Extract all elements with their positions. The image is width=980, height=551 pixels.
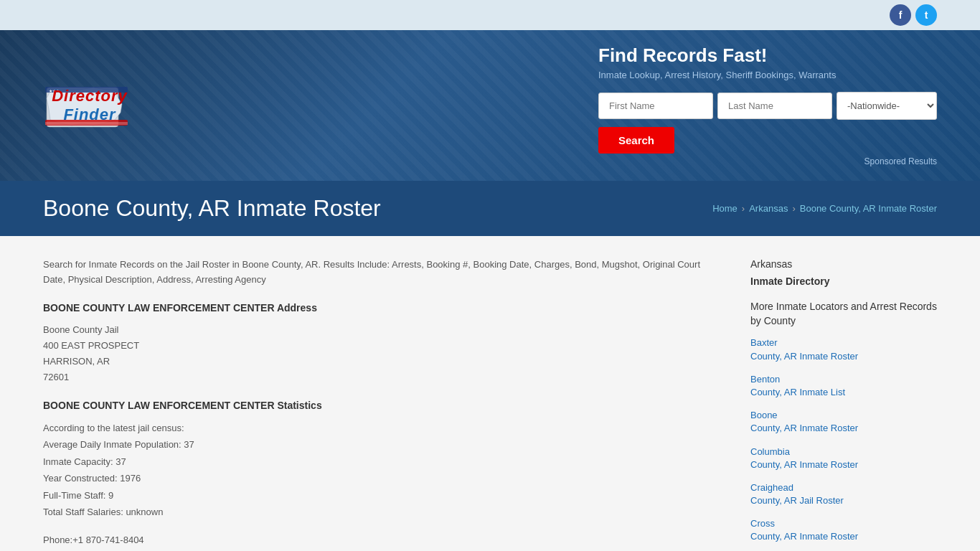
breadcrumb-current[interactable]: Boone County, AR Inmate Roster xyxy=(800,203,937,214)
logo-area: ★★★ Directory Finder xyxy=(43,77,136,134)
sidebar-link-columbia[interactable]: Columbia County, AR Inmate Roster xyxy=(750,446,937,471)
address-line-2: 400 EAST PROSPECT xyxy=(43,338,722,354)
page-title-bar: Boone County, AR Inmate Roster Home › Ar… xyxy=(0,181,980,236)
sidebar-link-cross[interactable]: Cross County, AR Inmate Roster xyxy=(750,517,937,543)
stats-block: According to the latest jail census: Ave… xyxy=(43,420,722,520)
header-subtitle: Inmate Lookup, Arrest History, Sheriff B… xyxy=(598,70,937,80)
twitter-icon[interactable]: t xyxy=(915,4,937,26)
search-area: Find Records Fast! Inmate Lookup, Arrest… xyxy=(598,44,937,166)
address-line-1: Boone County Jail xyxy=(43,322,722,338)
stats-line-4: Full-Time Staff: 9 xyxy=(43,487,722,504)
sidebar: Arkansas Inmate Directory More Inmate Lo… xyxy=(750,258,937,551)
breadcrumb-sep-2: › xyxy=(792,203,795,214)
phone-block: Phone:+1 870-741-8404 xyxy=(43,534,722,545)
state-dropdown[interactable]: -Nationwide- xyxy=(837,92,937,120)
logo-text: Directory Finder xyxy=(52,87,128,124)
breadcrumb-state[interactable]: Arkansas xyxy=(749,203,788,214)
main-content: Search for Inmate Records on the Jail Ro… xyxy=(0,236,980,551)
stats-line-1: Average Daily Inmate Population: 37 xyxy=(43,436,722,453)
sponsored-label: Sponsored Results xyxy=(598,156,937,166)
sidebar-directory-label: Inmate Directory xyxy=(750,275,937,289)
search-inputs: -Nationwide- xyxy=(598,92,937,120)
address-section-title: BOONE COUNTY LAW ENFORCEMENT CENTER Addr… xyxy=(43,302,722,314)
stats-line-2: Inmate Capacity: 37 xyxy=(43,453,722,470)
address-line-4: 72601 xyxy=(43,369,722,385)
breadcrumb-home[interactable]: Home xyxy=(712,203,738,214)
social-bar: f t xyxy=(0,0,980,30)
stats-line-5: Total Staff Salaries: unknown xyxy=(43,504,722,520)
sidebar-more-label: More Inmate Locators and Arrest Records … xyxy=(750,300,937,328)
stats-line-0: According to the latest jail census: xyxy=(43,420,722,436)
search-button[interactable]: Search xyxy=(598,127,674,154)
header: ★★★ Directory Finder Find Records Fast! … xyxy=(0,30,980,181)
address-block: Boone County Jail 400 EAST PROSPECT HARR… xyxy=(43,322,722,385)
sidebar-state-label: Arkansas xyxy=(750,258,937,272)
sidebar-link-boone[interactable]: Boone County, AR Inmate Roster xyxy=(750,409,937,435)
address-line-3: HARRISON, AR xyxy=(43,354,722,369)
find-records-heading: Find Records Fast! xyxy=(598,44,937,67)
sidebar-link-benton[interactable]: Benton County, AR Inmate List xyxy=(750,373,937,399)
last-name-input[interactable] xyxy=(717,93,832,119)
page-title: Boone County, AR Inmate Roster xyxy=(43,195,381,222)
stats-section-title: BOONE COUNTY LAW ENFORCEMENT CENTER Stat… xyxy=(43,400,722,411)
intro-text: Search for Inmate Records on the Jail Ro… xyxy=(43,258,722,288)
stats-line-3: Year Constructed: 1976 xyxy=(43,470,722,486)
breadcrumb: Home › Arkansas › Boone County, AR Inmat… xyxy=(712,203,937,214)
sidebar-link-craighead[interactable]: Craighead County, AR Jail Roster xyxy=(750,481,937,507)
logo-map: ★★★ Directory Finder xyxy=(43,77,136,134)
sidebar-link-baxter[interactable]: Baxter County, AR Inmate Roster xyxy=(750,336,937,362)
breadcrumb-sep-1: › xyxy=(742,203,745,214)
first-name-input[interactable] xyxy=(598,93,713,119)
facebook-icon[interactable]: f xyxy=(890,4,911,26)
content-left: Search for Inmate Records on the Jail Ro… xyxy=(43,258,750,551)
sidebar-links: More Inmate Locators and Arrest Records … xyxy=(750,300,937,551)
